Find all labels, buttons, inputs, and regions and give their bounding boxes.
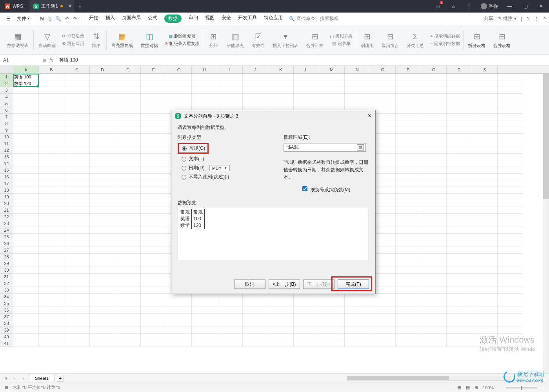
radio-icon [182,146,187,151]
radio-icon [182,175,186,180]
next-button: 下一步(N)> [303,279,334,289]
preview-box: 常规常规 英语100 数学120 [178,208,369,260]
radio-general[interactable]: 常规(G) [178,143,209,154]
column-type-label: 列数据类型 [178,134,276,141]
radio-icon [182,157,186,162]
target-range-input[interactable]: =$A$1 ◲ [284,143,366,152]
target-label: 目标区域(E): [284,134,369,141]
preview-label: 数据预览 [178,200,369,206]
dialog-title: 文本分列向导 - 3 步骤之 3 [184,113,238,120]
radio-icon [182,166,186,171]
dialog-overlay: S 文本分列向导 - 3 步骤之 3 × 请设置每列的数据类型。 列数据类型 常… [0,0,549,392]
dialog-titlebar[interactable]: S 文本分列向导 - 3 步骤之 3 × [171,110,375,122]
spreadsheet-icon: S [175,113,181,119]
dialog-close-button[interactable]: × [368,113,371,120]
format-description: "常规" 数据格式将数值转换成数字，日期值会转换为日期，其余数据则转换成文本。 [284,159,369,181]
cancel-button[interactable]: 取消 [234,279,265,289]
radio-skip[interactable]: 不导入此列(跳过)(I) [178,172,276,181]
finish-button[interactable]: 完成(F) [338,279,369,289]
text-to-columns-dialog: S 文本分列向导 - 3 步骤之 3 × 请设置每列的数据类型。 列数据类型 常… [171,110,376,294]
dialog-instruction: 请设置每列的数据类型。 [178,124,369,131]
range-picker-icon[interactable]: ◲ [357,144,364,151]
date-format-select[interactable]: MDY▼ [209,165,230,171]
negative-checkbox[interactable] [302,186,307,191]
negative-checkbox-row[interactable]: 按负号跟踪负数(M) [284,186,369,193]
back-button[interactable]: <上一步(B) [269,279,300,289]
radio-date[interactable]: 日期(D) MDY▼ [178,163,276,172]
radio-text[interactable]: 文本(T) [178,154,276,163]
